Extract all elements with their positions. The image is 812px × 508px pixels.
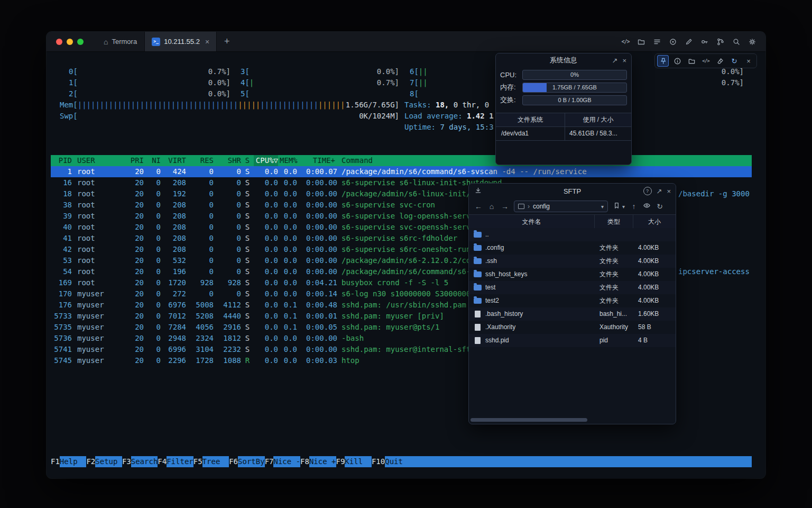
tasks-summary: Tasks: 18, 0 thr, 0 [404,99,494,111]
pin-icon[interactable] [657,55,669,67]
filesystem-row-inner[interactable]: /dev/vda1 45.61GB / 58.3... [496,127,631,140]
scrollbar-thumb[interactable] [470,418,587,422]
column-res[interactable]: RES [186,155,214,166]
parent-directory-icon[interactable]: ↑ [630,202,638,211]
log-icon[interactable] [652,37,662,47]
column-cpu-sort[interactable]: CPU%▽ [254,155,278,166]
open-in-window-icon[interactable]: ↗ [612,57,618,65]
code-icon[interactable]: </> [621,37,630,47]
function-key[interactable]: F2Setup [86,456,122,467]
file-row[interactable]: sshd.pid pid 4 B [469,334,676,347]
bookmark-icon[interactable] [613,202,621,212]
branch-icon[interactable] [716,37,725,47]
refresh-icon[interactable]: ↻ [728,55,740,67]
time-cell: 0:00.00 [301,333,342,344]
close-icon[interactable]: × [667,187,671,195]
file-row[interactable]: ssh_host_keys 文件夹 4.00KB [469,268,676,281]
function-key[interactable]: F1Help [51,456,86,467]
close-icon[interactable]: × [743,55,754,67]
zoom-window-button[interactable] [77,39,84,45]
search-icon[interactable] [732,37,741,47]
code-icon[interactable]: </> [700,55,712,67]
column-shr[interactable]: SHR [214,155,241,166]
pri-cell: 20 [125,255,144,266]
column-time[interactable]: TIME+ [301,155,342,166]
column-ni[interactable]: NI [144,155,161,166]
folder-icon[interactable] [636,37,646,47]
file-row[interactable]: .. [469,228,676,241]
info-icon[interactable] [671,55,683,67]
file-row[interactable]: .ssh 文件夹 4.00KB [469,255,676,268]
pid-cell: 5745 [51,355,72,366]
bookmark-dropdown-icon[interactable]: ▾ [622,204,625,210]
file-row[interactable]: .Xauthority Xauthority 58 B [469,321,676,334]
shr-cell: 0 [214,222,241,233]
pri-cell: 20 [125,311,144,322]
settings-gear-icon[interactable] [748,37,757,47]
cpu-cell: 0.0 [254,166,278,177]
forward-icon[interactable]: → [501,202,509,211]
user-cell: root [72,199,125,211]
column-pri[interactable]: PRI [125,155,144,166]
column-mem[interactable]: MEM% [278,155,301,166]
pri-cell: 20 [125,300,144,311]
file-row[interactable]: .config 文件夹 4.00KB [469,241,676,255]
column-virt[interactable]: VIRT [161,155,186,166]
refresh-icon[interactable]: ↻ [656,202,664,211]
show-hidden-eye-icon[interactable] [643,202,651,212]
memory-usage-bar: 1.75GB / 7.65GB [522,83,627,93]
tab-termora-home[interactable]: ⌂ Termora [96,32,144,51]
tab-close-icon[interactable]: × [205,38,209,46]
file-size: 4.00KB [633,281,676,294]
edit-icon[interactable] [684,37,694,47]
function-key[interactable]: F8Nice + [300,456,336,467]
file-row[interactable]: test2 文件夹 4.00KB [469,294,676,307]
cpu-cell: 0.0 [254,188,278,199]
record-icon[interactable] [668,37,678,47]
process-row[interactable]: 1 root 20 0 424 0 0 S 0.0 0.0 0:00.07 /p… [51,166,752,177]
function-key[interactable]: F6SortBy [229,456,264,467]
close-icon[interactable]: × [622,57,626,65]
path-breadcrumb[interactable]: › config ▾ [514,201,608,212]
file-row[interactable]: .bash_history bash_hi... 1.60KB [469,307,676,321]
column-state[interactable]: S [241,155,254,166]
function-key[interactable]: F3Search [122,456,158,467]
function-key[interactable]: F5Tree [193,456,229,467]
state-cell: S [241,277,254,288]
function-key[interactable]: F9Kill [336,456,372,467]
folder-icon[interactable] [686,55,697,67]
clear-eraser-icon[interactable] [714,55,726,67]
minimize-window-button[interactable] [67,39,73,45]
horizontal-scrollbar[interactable] [469,418,676,422]
home-icon[interactable]: ⌂ [487,202,496,211]
function-key[interactable]: F4Filter [158,456,193,467]
open-in-window-icon[interactable]: ↗ [657,187,662,195]
function-key[interactable]: F10Quit [372,456,412,467]
back-icon[interactable]: ← [474,202,483,211]
column-user[interactable]: USER [72,155,125,166]
mem-cell: 0.0 [278,288,301,300]
state-cell: S [241,188,254,199]
file-row[interactable]: test 文件夹 4.00KB [469,281,676,294]
download-icon[interactable] [474,187,482,196]
column-pid[interactable]: PID [51,155,72,166]
function-key[interactable]: F7Nice - [265,456,300,467]
cpu-cell: 0.0 [254,177,278,188]
column-size[interactable]: 大小 [633,215,676,229]
close-window-button[interactable] [56,39,62,45]
shr-cell: 4112 [214,300,241,311]
new-tab-button[interactable]: + [224,36,230,47]
column-type[interactable]: 类型 [595,215,633,229]
chevron-down-icon: ▾ [601,204,604,210]
column-filename[interactable]: 文件名 [469,215,595,229]
tab-session[interactable]: >_ 10.211.55.2 × [144,32,217,51]
time-cell: 0:00.00 [301,244,342,255]
cpu-meter-1: 1[0.0%] [69,77,230,88]
mem-cell: 0.0 [278,333,301,344]
cpu-cell: 0.0 [254,266,278,277]
pri-cell: 20 [125,222,144,233]
file-type-icon [474,285,482,291]
pid-cell: 1 [51,166,72,177]
key-icon[interactable] [700,37,709,47]
help-icon[interactable]: ? [643,187,652,195]
